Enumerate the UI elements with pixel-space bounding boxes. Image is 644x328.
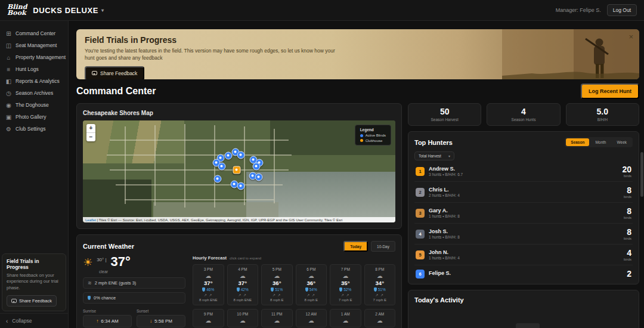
todays-activity-card: Today's Activity xyxy=(408,290,639,328)
banner-share-feedback-button[interactable]: Share Feedback xyxy=(85,66,144,79)
hunter-row[interactable]: 3 Gary A. 1 hunts • B/H/H: 8 8 birds xyxy=(414,203,633,224)
sidebar-item-reports-analytics[interactable]: ◧ Reports & Analytics xyxy=(0,75,68,87)
hunter-row[interactable]: 1 Andrew S. 3 hunts • B/H/H: 6.7 20 bird… xyxy=(414,161,633,182)
hour-card[interactable]: 3 PM ☁ 37° 46% ↗ ↗ 8 mph ENE xyxy=(193,264,224,305)
hour-time: 3 PM xyxy=(194,267,222,271)
today-tab[interactable]: Today xyxy=(343,241,368,252)
sidebar-item-the-doghouse[interactable]: ◉ The Doghouse xyxy=(0,99,68,111)
sidebar-trial-card: Field Trials in Progress Share feedback … xyxy=(2,253,66,312)
sidebar-item-photo-gallery[interactable]: ▣ Photo Gallery xyxy=(0,111,68,123)
hunter-row[interactable]: 2 Chris L. 2 hunts • B/H/H: 4 8 birds xyxy=(414,182,633,203)
sun-icon: ☀ xyxy=(83,257,92,268)
sidebar-item-label: Property Management xyxy=(16,54,66,60)
sidebar-item-label: Photo Gallery xyxy=(16,114,47,120)
zoom-in-button[interactable]: + xyxy=(86,124,95,133)
page-scrollbar[interactable] xyxy=(640,152,643,197)
hour-card[interactable]: 11 PM ☁ xyxy=(261,309,293,327)
clubhouse-marker[interactable] xyxy=(233,166,241,174)
sunset-button[interactable]: ↓ 5:58 PM xyxy=(137,315,185,327)
map-fields-area xyxy=(83,120,184,163)
stat-season-hunts: 4 Season Hunts xyxy=(487,103,560,126)
map-zoom-controls: + − xyxy=(86,124,95,141)
archive-icon: ◷ xyxy=(5,90,12,97)
blind-marker[interactable] xyxy=(218,163,226,171)
map-title: Chesapeake Shores Map xyxy=(83,110,395,116)
blind-marker[interactable] xyxy=(237,151,245,159)
hunter-detail: 1 hunts • B/H/H: 4 xyxy=(429,256,460,260)
hour-wind: 8 mph ENE xyxy=(194,298,222,302)
logout-button[interactable]: Log Out xyxy=(607,4,637,16)
hour-card[interactable]: 1 AM ☁ xyxy=(330,309,361,327)
hour-card[interactable]: 7 PM ☁ 35° 52% ↗ ↗ 7 mph E xyxy=(330,264,361,305)
hour-card[interactable]: 9 PM ☁ xyxy=(193,309,224,327)
wind-arrows-icon: ↗ ↗ xyxy=(332,293,360,297)
hunter-row[interactable]: 6 Felipe S. 2 xyxy=(414,265,633,282)
hour-card[interactable]: 4 PM ☁ 37° 42% ↗ ↗ 8 mph ENE xyxy=(227,264,259,305)
log-recent-hunt-button[interactable]: Log Recent Hunt xyxy=(581,83,639,99)
cloud-icon: ☁ xyxy=(229,317,257,324)
sidebar-item-hunt-logs[interactable]: ≡ Hunt Logs xyxy=(0,63,68,75)
condition-label: clear xyxy=(99,270,185,274)
blind-marker[interactable] xyxy=(237,182,245,190)
harvest-filter-dropdown[interactable]: Total Harvest ▾ xyxy=(414,151,454,160)
sunset-arrow-icon: ↓ xyxy=(150,318,152,324)
sidebar-item-season-archives[interactable]: ◷ Season Archives xyxy=(0,87,68,99)
main-content: Field Trials in Progress You're testing … xyxy=(69,21,644,328)
precip-chip: 0% chance xyxy=(83,292,185,304)
hour-card[interactable]: 5 PM ☁ 36° 51% ↗ ↗ 8 mph E xyxy=(261,264,293,305)
hunter-row[interactable]: 4 Josh S. 1 hunts • B/H/H: 8 8 birds xyxy=(414,224,633,245)
tab-week[interactable]: Week xyxy=(612,138,632,146)
sidebar-collapse-button[interactable]: ‹ Collapse xyxy=(0,313,68,328)
blind-marker[interactable] xyxy=(253,163,261,171)
seat-icon: ◫ xyxy=(5,42,12,49)
hour-time: 9 PM xyxy=(194,312,222,316)
hour-card[interactable]: 8 PM ☁ 34° 51% ↗ ↗ 7 mph E xyxy=(364,264,396,305)
current-conditions: ☀ 30° | 37° clear ≋ 2 mph ENE (gusts 3) xyxy=(83,255,185,327)
hunter-name: Andrew S. xyxy=(429,166,463,172)
period-tabs: Season Month Week xyxy=(565,137,633,147)
club-selector[interactable]: DUCKS DELUXE ▾ xyxy=(33,6,104,15)
blind-marker[interactable] xyxy=(255,174,263,181)
gear-icon: ⚙ xyxy=(5,126,12,132)
sidebar-item-club-settings[interactable]: ⚙ Club Settings xyxy=(0,123,68,135)
stat-bhh: 5.0 B/H/H xyxy=(566,103,639,126)
sidebar-item-property-management[interactable]: ⌂ Property Management xyxy=(0,51,68,63)
hour-card[interactable]: 6 PM ☁ 36° 54% ↗ ↗ 8 mph E xyxy=(296,264,327,305)
hour-wind: 8 mph E xyxy=(263,298,291,302)
sidebar-item-command-center[interactable]: ⊞ Command Center xyxy=(0,27,68,39)
hunter-birds: 2 xyxy=(627,270,631,278)
hour-card[interactable]: 10 PM ☁ xyxy=(227,309,259,327)
close-icon[interactable]: × xyxy=(628,32,633,41)
wind-arrows-icon: ↗ ↗ xyxy=(229,293,257,297)
droplet-icon xyxy=(202,287,205,292)
hour-card[interactable]: 12 AM ☁ xyxy=(296,309,327,327)
hunter-detail: 2 hunts • B/H/H: 4 xyxy=(429,193,460,197)
sunrise-button[interactable]: ↑ 6:34 AM xyxy=(83,315,132,327)
cloud-icon: ☁ xyxy=(263,273,291,279)
zoom-out-button[interactable]: − xyxy=(86,133,95,141)
blindbook-logo: Blind Book xyxy=(7,4,27,17)
tab-season[interactable]: Season xyxy=(566,138,589,146)
hunter-birds: 8 xyxy=(624,186,631,194)
hunter-birds: 20 xyxy=(622,165,631,174)
hour-time: 6 PM xyxy=(298,267,326,271)
hunter-row[interactable]: 5 John N. 1 hunts • B/H/H: 4 4 birds xyxy=(414,245,633,265)
blind-marker[interactable] xyxy=(214,175,222,183)
tab-month[interactable]: Month xyxy=(590,138,611,146)
top-hunters-card: Top Hunters Season Month Week Total Harv… xyxy=(408,131,639,284)
blind-marker[interactable] xyxy=(225,152,233,160)
ten-day-tab[interactable]: 10-Day xyxy=(371,241,395,252)
sidebar-item-seat-management[interactable]: ◫ Seat Management xyxy=(0,39,68,51)
map-attribution: Leaflet | Tiles © Esri — Source: Esri, i… xyxy=(83,217,395,222)
hour-wind: 7 mph E xyxy=(366,298,394,302)
hunter-name: Gary A. xyxy=(429,208,460,214)
hour-time: 12 AM xyxy=(298,312,326,316)
droplet-icon xyxy=(271,287,274,292)
satellite-map[interactable]: + − Legend Active Blinds Clubhouse xyxy=(83,120,395,222)
hour-precip: 52% xyxy=(343,287,351,292)
sidebar-share-feedback-button[interactable]: Share Feedback xyxy=(7,295,57,307)
hour-card[interactable]: 2 AM ☁ xyxy=(364,309,396,327)
cloud-icon: ☁ xyxy=(194,273,222,279)
leaflet-link[interactable]: Leaflet xyxy=(85,218,96,222)
hunter-birds: 4 xyxy=(624,249,631,257)
